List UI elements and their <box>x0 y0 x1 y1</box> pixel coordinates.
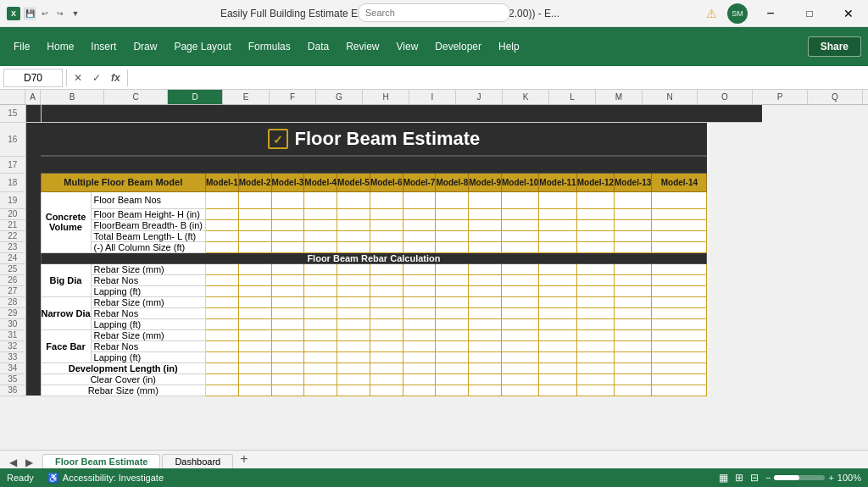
auto-save-icon: ▼ <box>70 8 81 19</box>
model-6-header: Model-6 <box>370 173 403 191</box>
row-num-24: 24 <box>0 252 25 263</box>
sheet-prev-icon[interactable]: ◀ <box>7 457 19 468</box>
rebar-nos-narrow-label: Rebar Nos <box>91 307 205 318</box>
undo-icon[interactable]: ↩ <box>39 8 51 19</box>
table-row: 20 Floor Beam Height- H (in) <box>0 208 762 219</box>
sheet-next-icon[interactable]: ▶ <box>23 457 36 468</box>
model-14-header: Model-14 <box>652 173 707 191</box>
col-header-H[interactable]: H <box>363 90 409 104</box>
col-header-Q[interactable]: Q <box>808 90 863 104</box>
share-button[interactable]: Share <box>808 36 861 57</box>
table-row: 24 Floor Beam Rebar Calculation <box>0 252 762 263</box>
all-column-size-label: (-) All Column Size (ft) <box>91 241 205 252</box>
redo-icon[interactable]: ↪ <box>54 8 66 19</box>
tab-insert[interactable]: Insert <box>84 37 123 56</box>
cancel-formula-icon[interactable]: ✕ <box>70 72 86 84</box>
minimize-button[interactable]: − <box>751 0 790 27</box>
table-row: 22 Total Beam Length- L (ft) <box>0 230 762 241</box>
zoom-slider[interactable] <box>774 475 825 480</box>
tab-review[interactable]: Review <box>339 37 386 56</box>
checkmark-box: ✓ <box>268 129 288 149</box>
model-3-header: Model-3 <box>271 173 304 191</box>
grid-container[interactable]: 15 16 ✓ Floor Beam Estimate 17 18 Multip… <box>0 105 868 450</box>
col-header-F[interactable]: F <box>270 90 316 104</box>
sheet-tab-bar: ◀ ▶ Floor Beam Estimate Dashboard + <box>0 450 868 468</box>
tab-data[interactable]: Data <box>301 37 336 56</box>
col-header-P[interactable]: P <box>753 90 808 104</box>
sheet-tab-dashboard[interactable]: Dashboard <box>162 454 233 468</box>
tab-view[interactable]: View <box>390 37 426 56</box>
page-title: Floor Beam Estimate <box>295 128 481 150</box>
col-header-C[interactable]: C <box>104 90 168 104</box>
col-header-A[interactable]: A <box>25 90 41 104</box>
col-header-I[interactable]: I <box>409 90 456 104</box>
save-icon[interactable]: 💾 <box>24 8 36 19</box>
row-num-34: 34 <box>0 362 25 374</box>
search-area <box>358 3 510 22</box>
page-layout-icon[interactable]: ⊞ <box>735 472 743 484</box>
tab-page-layout[interactable]: Page Layout <box>167 37 237 56</box>
col-header-J[interactable]: J <box>456 90 503 104</box>
normal-view-icon[interactable]: ▦ <box>719 472 728 484</box>
col-header-L[interactable]: L <box>549 90 596 104</box>
col-header-N[interactable]: N <box>643 90 698 104</box>
narrow-dia-label: Narrow Dia <box>41 296 91 329</box>
confirm-formula-icon[interactable]: ✓ <box>89 72 104 84</box>
col-header-E[interactable]: E <box>223 90 270 104</box>
row-num-17: 17 <box>0 156 25 173</box>
row-num-22: 22 <box>0 230 25 241</box>
maximize-button[interactable]: □ <box>790 0 829 27</box>
tab-file[interactable]: File <box>7 37 36 56</box>
table-row: 16 ✓ Floor Beam Estimate <box>0 122 762 156</box>
close-button[interactable]: ✕ <box>829 0 868 27</box>
cell-reference[interactable] <box>3 69 63 87</box>
formula-input[interactable] <box>131 69 865 87</box>
row-num-20: 20 <box>0 208 25 219</box>
table-row: 36 Rebar Size (mm) <box>0 385 762 396</box>
table-row: 17 <box>0 156 762 173</box>
zoom-in-icon[interactable]: + <box>828 473 833 483</box>
row-num-32: 32 <box>0 340 25 351</box>
row-num-15: 15 <box>0 105 25 122</box>
tab-draw[interactable]: Draw <box>126 37 164 56</box>
zoom-out-icon[interactable]: − <box>765 473 771 483</box>
page-break-icon[interactable]: ⊟ <box>750 472 759 484</box>
tab-help[interactable]: Help <box>492 37 526 56</box>
table-row: 32 Rebar Nos <box>0 340 762 351</box>
zoom-fill <box>774 475 799 480</box>
col-header-K[interactable]: K <box>503 90 549 104</box>
tab-formulas[interactable]: Formulas <box>242 37 298 56</box>
rebar-nos-big-label: Rebar Nos <box>91 274 205 285</box>
rebar-size-mm-label: Rebar Size (mm) <box>41 385 205 396</box>
search-input[interactable] <box>358 3 510 22</box>
tab-home[interactable]: Home <box>40 37 81 56</box>
face-bar-label: Face Bar <box>41 329 91 362</box>
status-ready: Ready <box>7 473 34 483</box>
tab-developer[interactable]: Developer <box>428 37 488 56</box>
col-header-D[interactable]: D <box>168 90 223 104</box>
col-header-G[interactable]: G <box>316 90 363 104</box>
table-row: 15 <box>0 105 762 122</box>
model-5-header: Model-5 <box>337 173 370 191</box>
row-num-31: 31 <box>0 329 25 340</box>
table-row: 33 Lapping (ft) <box>0 351 762 362</box>
sheet-tab-floor-beam[interactable]: Floor Beam Estimate <box>42 454 160 468</box>
model-2-header: Model-2 <box>238 173 271 191</box>
col-header-O[interactable]: O <box>698 90 753 104</box>
col-header-B[interactable]: B <box>41 90 104 104</box>
ribbon: File Home Insert Draw Page Layout Formul… <box>0 27 868 66</box>
floorbeam-breadth-label: FloorBeam Breadth- B (in) <box>91 219 205 230</box>
concrete-volume-label: ConcreteVolume <box>41 191 91 252</box>
table-row: 18 Multiple Floor Beam Model Model-1 Mod… <box>0 173 762 191</box>
table-row: 25 Big Dia Rebar Size (mm) <box>0 263 762 274</box>
col-header-M[interactable]: M <box>596 90 643 104</box>
row-num-29: 29 <box>0 307 25 318</box>
table-row: 31 Face Bar Rebar Size (mm) <box>0 329 762 340</box>
title-bar-icons: X 💾 ↩ ↪ ▼ <box>0 7 81 20</box>
function-icon[interactable]: fx <box>108 72 124 84</box>
model-1-header: Model-1 <box>205 173 238 191</box>
row-num-36: 36 <box>0 385 25 396</box>
add-sheet-icon[interactable]: + <box>233 450 254 468</box>
user-avatar[interactable]: SM <box>727 3 748 24</box>
clear-cover-label: Clear Cover (in) <box>41 374 205 385</box>
